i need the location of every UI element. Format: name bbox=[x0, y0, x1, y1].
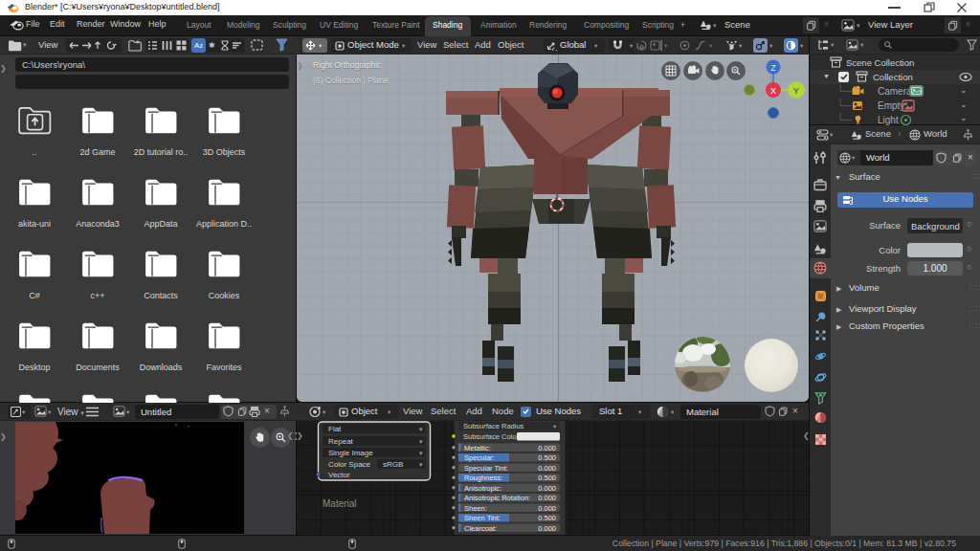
svg-text:Subsurface Radius: Subsurface Radius bbox=[463, 422, 524, 430]
svg-text:sRGB: sRGB bbox=[383, 460, 403, 469]
svg-text:0.000: 0.000 bbox=[538, 444, 556, 452]
svg-text:0.000: 0.000 bbox=[538, 484, 556, 493]
svg-text:Sheen Tint:: Sheen Tint: bbox=[464, 514, 501, 522]
svg-text:Specular:: Specular: bbox=[464, 453, 495, 462]
svg-text:0.500: 0.500 bbox=[538, 453, 556, 462]
svg-text:▾: ▾ bbox=[419, 450, 423, 456]
svg-text:Single Image: Single Image bbox=[328, 449, 373, 457]
svg-text:0.500: 0.500 bbox=[538, 474, 556, 482]
svg-text:Sheen:: Sheen: bbox=[464, 504, 487, 513]
svg-text:▾: ▾ bbox=[419, 426, 423, 432]
svg-text:Flat: Flat bbox=[328, 425, 342, 433]
svg-text:Metallic:: Metallic: bbox=[464, 444, 491, 452]
svg-text:▾: ▾ bbox=[419, 438, 423, 445]
svg-text:▾: ▾ bbox=[419, 461, 423, 468]
svg-text:Vector: Vector bbox=[328, 471, 350, 479]
svg-text:0.000: 0.000 bbox=[538, 464, 556, 473]
svg-text:Material: Material bbox=[323, 498, 357, 509]
svg-text:Y: Y bbox=[793, 85, 800, 96]
svg-text:Roughness:: Roughness: bbox=[464, 474, 502, 482]
svg-text:Anisotropic Rotation:: Anisotropic Rotation: bbox=[464, 494, 530, 502]
svg-text:Anisotropic:: Anisotropic: bbox=[464, 484, 501, 493]
svg-text:Z: Z bbox=[770, 63, 776, 73]
svg-text:Color Space: Color Space bbox=[328, 460, 371, 469]
svg-text:Specular Tint:: Specular Tint: bbox=[464, 464, 508, 473]
svg-text:Repeat: Repeat bbox=[328, 437, 354, 446]
svg-text:0.500: 0.500 bbox=[538, 514, 556, 522]
svg-text:Subsurface Color: Subsurface Color bbox=[463, 432, 519, 441]
svg-text:X: X bbox=[770, 86, 776, 96]
svg-text:Clearcoat:: Clearcoat: bbox=[464, 524, 497, 533]
svg-text:0.000: 0.000 bbox=[538, 504, 556, 513]
svg-text:0.000: 0.000 bbox=[538, 524, 556, 533]
svg-text:0.000: 0.000 bbox=[538, 494, 556, 502]
